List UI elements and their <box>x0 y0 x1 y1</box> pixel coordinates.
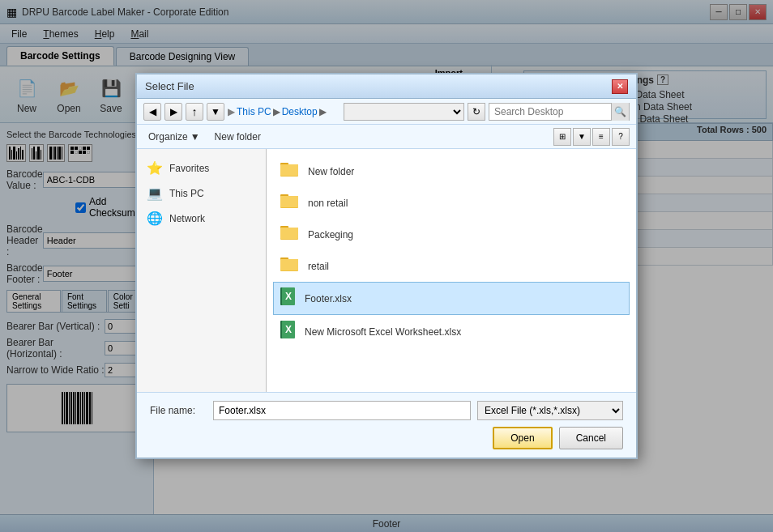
modal-overlay: Select File ✕ ◀ ▶ ↑ ▼ ▶ This PC ▶ Deskto… <box>0 0 773 532</box>
network-icon: 🌐 <box>147 211 163 226</box>
modal-title: Select File <box>145 80 194 92</box>
excel-icon: X <box>280 287 297 309</box>
svg-rect-18 <box>280 259 298 270</box>
nav-sep-2: ▶ <box>319 106 327 117</box>
sidebar-item-network[interactable]: 🌐 Network <box>137 206 266 231</box>
modal-footer: File name: Excel File (*.xls,*.xlsx) Ope… <box>137 392 636 458</box>
cancel-button[interactable]: Cancel <box>559 427 623 449</box>
favorites-icon: ⭐ <box>147 160 163 176</box>
modal-body: ⭐ Favorites 💻 This PC 🌐 Network New fold… <box>137 149 636 392</box>
sidebar-this-pc-label: This PC <box>169 188 204 199</box>
modal-buttons: Open Cancel <box>150 427 623 449</box>
svg-text:X: X <box>285 324 292 335</box>
new-folder-button[interactable]: New folder <box>208 130 267 144</box>
svg-text:X: X <box>285 291 292 302</box>
filetype-select[interactable]: Excel File (*.xls,*.xlsx) <box>477 401 623 420</box>
view-grid-button[interactable]: ⊞ <box>553 128 571 146</box>
search-input[interactable] <box>489 106 611 117</box>
folder-icon <box>280 256 300 276</box>
nav-sep-1: ▶ <box>273 106 280 117</box>
organize-button[interactable]: Organize ▼ <box>143 130 205 144</box>
nav-path-separator-0: ▶ <box>228 106 235 117</box>
organize-label: Organize <box>148 131 188 143</box>
nav-desktop[interactable]: Desktop <box>282 106 318 117</box>
file-item[interactable]: Packeging <box>273 219 630 250</box>
select-file-modal: Select File ✕ ◀ ▶ ↑ ▼ ▶ This PC ▶ Deskto… <box>135 73 638 459</box>
organize-dropdown-icon: ▼ <box>190 131 200 143</box>
file-name: New folder <box>308 166 354 177</box>
nav-this-pc[interactable]: This PC <box>237 106 271 117</box>
file-item[interactable]: XNew Microsoft Excel Worksheet.xlsx <box>273 315 630 348</box>
svg-rect-15 <box>280 228 298 239</box>
view-detail-button[interactable]: ≡ <box>592 128 610 146</box>
sidebar-item-this-pc[interactable]: 💻 This PC <box>137 181 266 206</box>
open-button[interactable]: Open <box>493 427 552 449</box>
view-dropdown-button[interactable]: ▼ <box>573 128 591 146</box>
file-item[interactable]: XFooter.xlsx <box>273 282 630 315</box>
file-name: non retail <box>308 198 348 209</box>
nav-path: ▶ This PC ▶ Desktop ▶ <box>228 106 340 117</box>
search-box: 🔍 <box>489 103 630 121</box>
svg-rect-9 <box>280 164 298 176</box>
file-name: Footer.xlsx <box>305 293 352 304</box>
sidebar-favorites-label: Favorites <box>169 163 209 174</box>
nav-bar: ◀ ▶ ↑ ▼ ▶ This PC ▶ Desktop ▶ ↻ 🔍 <box>137 99 636 125</box>
sidebar-item-favorites[interactable]: ⭐ Favorites <box>137 155 266 181</box>
folder-icon <box>280 161 300 181</box>
folder-icon <box>280 193 300 213</box>
excel-icon: X <box>280 321 297 343</box>
svg-rect-12 <box>280 196 298 207</box>
filename-row: File name: Excel File (*.xls,*.xlsx) <box>150 401 623 420</box>
search-icon-button[interactable]: 🔍 <box>611 103 629 121</box>
view-help-button[interactable]: ? <box>612 128 630 146</box>
modal-title-bar: Select File ✕ <box>137 74 636 99</box>
sidebar-network-label: Network <box>169 213 205 224</box>
filename-input[interactable] <box>213 401 471 420</box>
file-name: retail <box>308 261 329 272</box>
modal-close-button[interactable]: ✕ <box>612 79 628 94</box>
nav-up-button[interactable]: ↑ <box>186 103 203 121</box>
sidebar-panel: ⭐ Favorites 💻 This PC 🌐 Network <box>137 149 267 392</box>
nav-refresh-button[interactable]: ↻ <box>468 103 485 121</box>
nav-dropdown-button[interactable]: ▼ <box>207 103 224 121</box>
nav-forward-button[interactable]: ▶ <box>164 103 182 121</box>
folder-icon <box>280 224 300 245</box>
file-item[interactable]: retail <box>273 250 630 282</box>
file-item[interactable]: non retail <box>273 187 630 219</box>
file-item[interactable]: New folder <box>273 155 630 187</box>
file-name: New Microsoft Excel Worksheet.xlsx <box>305 326 461 338</box>
file-name: Packeging <box>308 229 353 240</box>
view-buttons: ⊞ ▼ ≡ ? <box>553 128 630 146</box>
nav-back-button[interactable]: ◀ <box>143 103 161 121</box>
modal-toolbar: Organize ▼ New folder ⊞ ▼ ≡ ? <box>137 125 636 149</box>
nav-path-select[interactable] <box>344 103 464 121</box>
this-pc-icon: 💻 <box>147 185 163 201</box>
filename-label: File name: <box>150 405 207 416</box>
file-list: New foldernon retailPackegingretailXFoot… <box>267 149 636 392</box>
